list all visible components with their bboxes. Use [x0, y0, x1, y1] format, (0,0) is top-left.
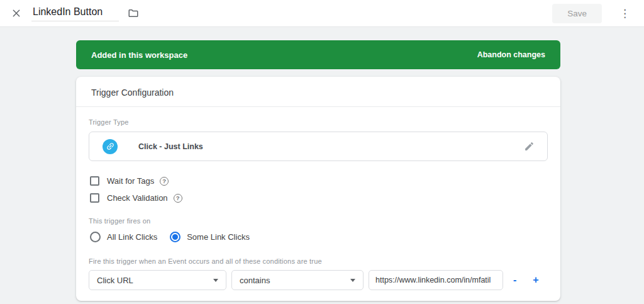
- help-icon[interactable]: ?: [160, 177, 169, 186]
- trigger-type-name: Click - Just Links: [138, 142, 203, 151]
- condition-operator-select[interactable]: contains: [231, 270, 364, 290]
- link-icon: [103, 139, 118, 154]
- edit-pencil-icon[interactable]: [521, 138, 537, 154]
- add-condition-button[interactable]: +: [529, 273, 542, 287]
- radio-some-label: Some Link Clicks: [187, 232, 250, 242]
- trigger-configuration-card: Trigger Configuration Trigger Type Click…: [76, 77, 560, 301]
- check-validation-checkbox[interactable]: [90, 193, 99, 203]
- condition-value-input[interactable]: [369, 270, 503, 290]
- abandon-changes-button[interactable]: Abandon changes: [477, 47, 545, 63]
- fires-on-label: This trigger fires on: [89, 217, 548, 225]
- wait-for-tags-label: Wait for Tags: [107, 176, 154, 186]
- workspace-status-banner: Added in this workspace Abandon changes: [76, 40, 560, 69]
- radio-icon-selected: [170, 232, 180, 242]
- radio-some-link-clicks[interactable]: Some Link Clicks: [170, 232, 250, 242]
- top-bar: LinkedIn Button Save ⋮: [0, 0, 644, 27]
- condition-instructions-label: Fire this trigger when an Event occurs a…: [89, 257, 548, 265]
- folder-icon[interactable]: [124, 4, 143, 23]
- help-icon[interactable]: ?: [174, 194, 182, 203]
- card-body: Trigger Type Click - Just Links Wait for…: [76, 107, 560, 290]
- page-title: LinkedIn Button: [33, 6, 103, 17]
- kebab-menu-icon[interactable]: ⋮: [616, 4, 634, 23]
- radio-icon: [90, 232, 101, 242]
- remove-condition-button[interactable]: -: [509, 273, 520, 287]
- wait-for-tags-row: Wait for Tags ?: [90, 176, 548, 186]
- save-button[interactable]: Save: [552, 4, 602, 23]
- trigger-name-field[interactable]: LinkedIn Button: [31, 5, 119, 21]
- chevron-down-icon: [350, 279, 355, 282]
- chevron-down-icon: [213, 279, 218, 282]
- trigger-type-label: Trigger Type: [89, 118, 548, 126]
- trigger-type-box[interactable]: Click - Just Links: [89, 132, 548, 161]
- condition-row: Click URL contains - +: [89, 270, 548, 290]
- wait-for-tags-checkbox[interactable]: [90, 176, 99, 186]
- condition-operator-value: contains: [240, 276, 270, 285]
- condition-variable-select[interactable]: Click URL: [89, 270, 226, 290]
- banner-message: Added in this workspace: [91, 50, 187, 60]
- radio-all-label: All Link Clicks: [107, 232, 157, 242]
- card-title: Trigger Configuration: [76, 77, 560, 107]
- check-validation-label: Check Validation: [107, 193, 168, 203]
- check-validation-row: Check Validation ?: [90, 193, 548, 203]
- radio-all-link-clicks[interactable]: All Link Clicks: [90, 232, 157, 242]
- close-icon[interactable]: [8, 4, 25, 22]
- fires-on-radio-group: All Link Clicks Some Link Clicks: [90, 232, 548, 242]
- condition-variable-value: Click URL: [97, 276, 133, 285]
